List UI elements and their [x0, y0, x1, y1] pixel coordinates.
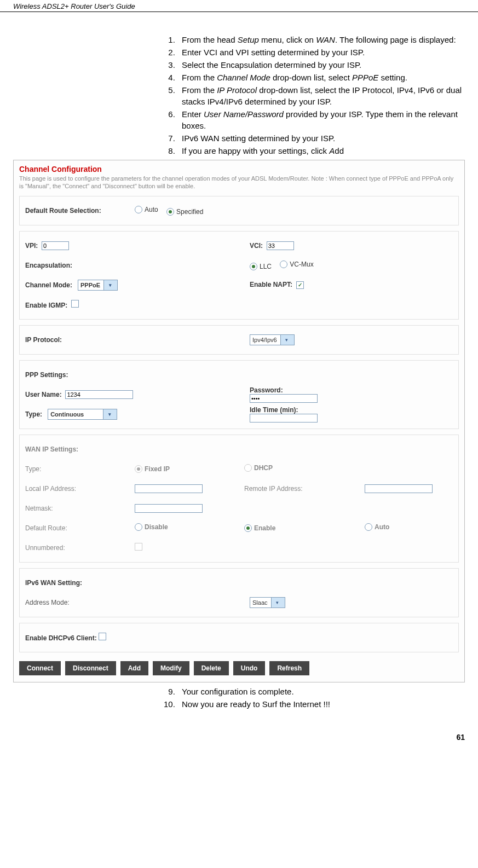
type-select[interactable]: Continuous▾	[48, 409, 117, 420]
remote-ip-input	[365, 484, 433, 493]
default-route-auto2-radio[interactable]: Auto	[365, 523, 389, 531]
wan-ip-label: WAN IP Settings:	[25, 445, 135, 453]
enable-igmp-checkbox[interactable]	[71, 300, 79, 308]
delete-button[interactable]: Delete	[194, 661, 229, 675]
default-route-specified-radio[interactable]: Specified	[166, 208, 203, 216]
enable-napt-label: Enable NAPT:	[250, 281, 292, 288]
panel-note: This page is used to configure the param…	[19, 175, 459, 190]
list-item: From the head Setup menu, click on WAN. …	[177, 34, 465, 45]
undo-button[interactable]: Undo	[233, 661, 266, 675]
password-input[interactable]	[250, 394, 318, 403]
ip-protocol-label: IP Protocol:	[25, 336, 135, 344]
list-item: Select the Encapsulation determined by y…	[177, 59, 465, 71]
dhcpv6-checkbox[interactable]	[99, 633, 106, 640]
list-item: Now you are ready to Surf the Internet !…	[177, 698, 465, 710]
encap-vcmux-radio[interactable]: VC-Mux	[280, 261, 313, 268]
vci-label: VCI:	[250, 242, 263, 250]
steps-bottom-list: Your configuration is complete. Now you …	[166, 686, 465, 710]
type-label: Type:	[25, 410, 42, 418]
page-number: 61	[0, 711, 478, 748]
address-mode-select[interactable]: Slaac▾	[250, 597, 285, 608]
default-route-disable-radio[interactable]: Disable	[135, 523, 168, 531]
wan-type-dhcp-radio: DHCP	[244, 464, 273, 472]
list-item: From the Channel Mode drop-down list, se…	[177, 72, 465, 83]
default-route-label: Default Route Selection:	[25, 207, 135, 215]
enable-napt-checkbox[interactable]	[296, 281, 304, 289]
ip-protocol-select[interactable]: Ipv4/Ipv6▾	[250, 334, 295, 345]
add-button[interactable]: Add	[120, 661, 148, 675]
ipv6-wan-label: IPv6 WAN Setting:	[25, 579, 135, 587]
remote-ip-label: Remote IP Address:	[244, 485, 365, 493]
wan-type-label: Type:	[25, 465, 135, 473]
unnumbered-checkbox	[135, 543, 142, 551]
panel-title: Channel Configuration	[19, 165, 459, 173]
username-label: User Name:	[25, 391, 62, 398]
address-mode-label: Address Mode:	[25, 599, 135, 606]
chevron-down-icon: ▾	[280, 335, 294, 345]
netmask-label: Netmask:	[25, 505, 135, 512]
list-item: If you are happy with your settings, cli…	[177, 145, 465, 157]
netmask-input	[135, 504, 203, 513]
chevron-down-icon: ▾	[271, 598, 285, 607]
idle-time-label: Idle Time (min):	[250, 406, 298, 414]
enable-igmp-label: Enable IGMP:	[25, 302, 67, 309]
list-item: IPv6 WAN setting determined by your ISP.	[177, 132, 465, 144]
channel-config-panel: Channel Configuration This page is used …	[13, 160, 465, 682]
header-title: Wireless ADSL2+ Router User's Guide	[0, 0, 478, 12]
local-ip-label: Local IP Address:	[25, 485, 135, 493]
modify-button[interactable]: Modify	[153, 661, 189, 675]
refresh-button[interactable]: Refresh	[269, 661, 309, 675]
default-route-auto-radio[interactable]: Auto	[135, 206, 158, 213]
steps-top-list: From the head Setup menu, click on WAN. …	[166, 34, 465, 157]
dhcpv6-label: Enable DHCPv6 Client:	[25, 634, 97, 642]
button-row: Connect Disconnect Add Modify Delete Und…	[19, 658, 459, 682]
unnumbered-label: Unnumbered:	[25, 544, 135, 552]
wan-type-fixed-radio: Fixed IP	[135, 465, 170, 473]
list-item: From the IP Protocol drop-down list, sel…	[177, 84, 465, 107]
ppp-settings-label: PPP Settings:	[25, 371, 135, 379]
vpi-input[interactable]	[42, 241, 69, 250]
vci-input[interactable]	[267, 241, 294, 250]
default-route-enable-radio[interactable]: Enable	[244, 524, 275, 532]
channel-mode-label: Channel Mode:	[25, 281, 72, 289]
list-item: Enter VCI and VPI setting determined by …	[177, 47, 465, 58]
chevron-down-icon: ▾	[103, 280, 117, 290]
list-item: Your configuration is complete.	[177, 686, 465, 697]
vpi-label: VPI:	[25, 242, 38, 250]
channel-mode-select[interactable]: PPPoE▾	[78, 280, 118, 291]
local-ip-input	[135, 484, 203, 493]
disconnect-button[interactable]: Disconnect	[65, 661, 116, 675]
list-item: Enter User Name/Password provided by you…	[177, 108, 465, 131]
connect-button[interactable]: Connect	[19, 661, 61, 675]
encap-llc-radio[interactable]: LLC	[250, 263, 272, 270]
chevron-down-icon: ▾	[103, 409, 117, 419]
idle-time-input	[250, 414, 318, 423]
default-route-wan-label: Default Route:	[25, 524, 135, 532]
password-label: Password:	[250, 386, 283, 394]
encap-label: Encapsulation:	[25, 262, 135, 269]
username-input[interactable]	[65, 390, 133, 399]
